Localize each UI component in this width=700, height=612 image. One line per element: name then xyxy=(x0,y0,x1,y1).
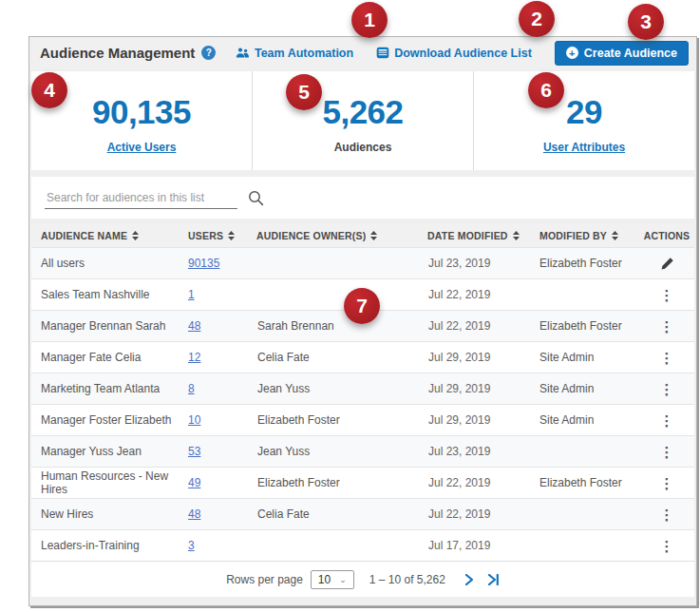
search-input[interactable] xyxy=(45,187,237,209)
audience-name: Manager Fate Celia xyxy=(31,351,180,364)
last-page-icon[interactable] xyxy=(487,574,500,585)
active-users-link[interactable]: Active Users xyxy=(107,141,177,154)
audience-owner: Elizabeth Foster xyxy=(248,476,419,489)
audience-name: Marketing Team Atlanta xyxy=(31,382,180,395)
download-audience-list-button[interactable]: Download Audience List xyxy=(376,47,532,60)
column-header-date-modified[interactable]: DATE MODIFIED xyxy=(419,230,531,241)
download-audience-list-label: Download Audience List xyxy=(394,47,532,60)
user-attributes-count: 29 xyxy=(566,93,602,131)
active-users-count: 90,135 xyxy=(92,93,191,131)
users-count-link[interactable]: 12 xyxy=(188,351,200,364)
date-modified: Jul 17, 2019 xyxy=(419,539,531,552)
table-row: Manager Fate Celia 12 Celia Fate Jul 29,… xyxy=(31,341,694,373)
modified-by: Elizabeth Foster xyxy=(531,319,639,333)
search-card xyxy=(31,177,694,219)
audience-name: Leaders-in-Training xyxy=(31,539,180,552)
audience-name: Sales Team Nashville xyxy=(31,288,180,301)
users-count-link[interactable]: 48 xyxy=(188,319,200,333)
kebab-menu-icon[interactable]: ⋮ xyxy=(654,287,680,303)
callout-badge-2: 2 xyxy=(519,1,555,37)
table-header-row: AUDIENCE NAME USERS AUDIENCE OWNER(S) DA… xyxy=(31,223,694,247)
audiences-count: 5,262 xyxy=(322,93,403,131)
audience-owner: Jean Yuss xyxy=(248,382,419,395)
create-audience-label: Create Audience xyxy=(584,47,677,60)
sort-icon xyxy=(132,231,139,240)
column-header-audience-name[interactable]: AUDIENCE NAME xyxy=(31,230,180,241)
team-automation-button[interactable]: Team Automation xyxy=(236,47,353,60)
modified-by: Elizabeth Foster xyxy=(531,476,639,489)
rows-per-page-select[interactable]: 10 ⌄ xyxy=(311,570,354,589)
rows-per-page-label: Rows per page xyxy=(226,573,303,586)
table-row: Leaders-in-Training 3 Jul 17, 2019 ⋮ xyxy=(31,529,694,561)
sort-icon xyxy=(612,231,618,240)
users-count-link[interactable]: 49 xyxy=(188,476,200,489)
audience-name: Human Resources - New Hires xyxy=(31,469,180,496)
kebab-menu-icon[interactable]: ⋮ xyxy=(654,475,680,491)
users-count-link[interactable]: 48 xyxy=(188,507,200,521)
column-label: DATE MODIFIED xyxy=(427,230,508,241)
kebab-menu-icon[interactable]: ⋮ xyxy=(654,350,680,366)
column-header-users[interactable]: USERS xyxy=(180,230,248,241)
audience-name: Manager Yuss Jean xyxy=(31,445,180,458)
download-list-icon xyxy=(376,47,389,59)
callout-badge-6: 6 xyxy=(528,72,564,108)
team-automation-label: Team Automation xyxy=(255,47,353,60)
table-row: Marketing Team Atlanta 8 Jean Yuss Jul 2… xyxy=(31,373,694,404)
search-icon[interactable] xyxy=(248,190,264,206)
stat-audiences: 5,262 Audiences xyxy=(252,71,473,170)
users-count-link[interactable]: 8 xyxy=(188,382,195,395)
date-modified: Jul 22, 2019 xyxy=(419,288,531,301)
modified-by: Site Admin xyxy=(531,351,639,364)
audience-owner: Sarah Brennan xyxy=(248,319,419,333)
stat-user-attributes: 29 User Attributes xyxy=(473,71,694,170)
users-count-link[interactable]: 90135 xyxy=(188,257,219,270)
audience-name: All users xyxy=(31,257,180,270)
rows-per-page-value: 10 xyxy=(318,573,331,586)
table-row: Manager Yuss Jean 53 Jean Yuss Jul 23, 2… xyxy=(31,435,694,467)
date-modified: Jul 29, 2019 xyxy=(419,413,531,427)
table-row: New Hires 48 Celia Fate Jul 22, 2019 ⋮ xyxy=(31,498,694,529)
modified-by: Site Admin xyxy=(531,382,639,395)
help-icon[interactable]: ? xyxy=(201,46,216,60)
column-header-actions: ACTIONS xyxy=(639,230,694,241)
audience-owner: Jean Yuss xyxy=(248,445,419,458)
audience-name: Manager Foster Elizabeth xyxy=(31,413,180,427)
column-label: ACTIONS xyxy=(644,230,691,241)
kebab-menu-icon[interactable]: ⋮ xyxy=(654,538,680,554)
team-automation-icon xyxy=(236,48,250,58)
column-header-modified-by[interactable]: MODIFIED BY xyxy=(531,230,639,241)
kebab-menu-icon[interactable]: ⋮ xyxy=(654,318,680,335)
callout-badge-4: 4 xyxy=(31,72,67,108)
column-label: USERS xyxy=(188,230,223,241)
callout-badge-3: 3 xyxy=(628,4,664,40)
kebab-menu-icon[interactable]: ⋮ xyxy=(654,412,680,429)
date-modified: Jul 22, 2019 xyxy=(419,507,531,521)
callout-badge-5: 5 xyxy=(286,74,322,110)
users-count-link[interactable]: 1 xyxy=(188,288,195,301)
app-header: Audience Management ? Team Automation Do… xyxy=(29,37,696,68)
audiences-table: AUDIENCE NAME USERS AUDIENCE OWNER(S) DA… xyxy=(31,223,694,597)
date-modified: Jul 22, 2019 xyxy=(419,319,531,333)
page-title: Audience Management xyxy=(40,45,195,61)
table-row: All users 90135 Jul 23, 2019 Elizabeth F… xyxy=(31,247,694,278)
user-attributes-link[interactable]: User Attributes xyxy=(543,141,625,154)
users-count-link[interactable]: 53 xyxy=(188,445,200,458)
callout-badge-1: 1 xyxy=(351,2,388,38)
plus-icon: + xyxy=(566,47,578,59)
users-count-link[interactable]: 10 xyxy=(188,413,200,427)
kebab-menu-icon[interactable]: ⋮ xyxy=(654,507,680,523)
audience-name: Manager Brennan Sarah xyxy=(31,319,180,333)
date-modified: Jul 29, 2019 xyxy=(419,351,531,364)
column-label: AUDIENCE NAME xyxy=(41,230,127,241)
create-audience-button[interactable]: + Create Audience xyxy=(555,41,689,66)
date-modified: Jul 23, 2019 xyxy=(419,445,531,458)
edit-pencil-icon[interactable] xyxy=(658,255,676,273)
users-count-link[interactable]: 3 xyxy=(188,539,195,552)
next-page-icon[interactable] xyxy=(464,574,474,585)
column-header-audience-owners[interactable]: AUDIENCE OWNER(S) xyxy=(248,230,419,241)
sort-icon xyxy=(513,231,520,240)
kebab-menu-icon[interactable]: ⋮ xyxy=(654,381,680,397)
audience-owner: Celia Fate xyxy=(248,507,419,521)
kebab-menu-icon[interactable]: ⋮ xyxy=(654,444,680,460)
column-label: MODIFIED BY xyxy=(539,230,607,241)
